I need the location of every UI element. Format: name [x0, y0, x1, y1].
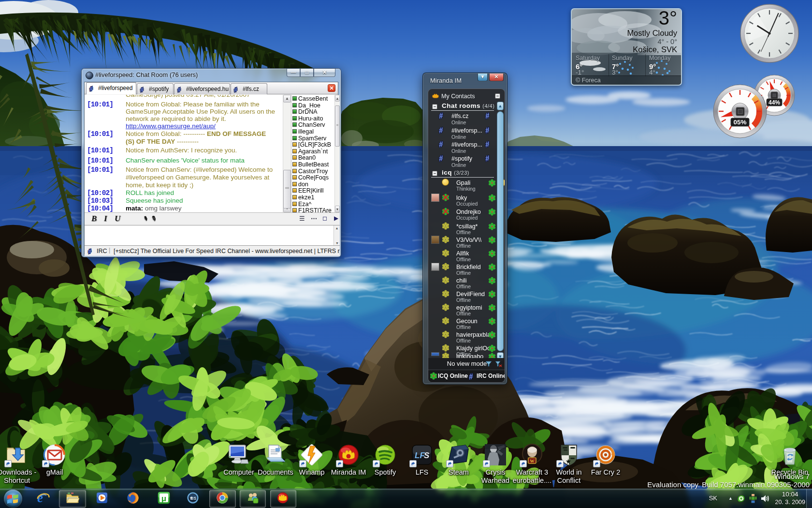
svg-text:#: # [484, 111, 491, 120]
svg-text:S: S [424, 451, 430, 460]
svg-text:#: # [438, 125, 444, 134]
svg-text:#: # [438, 111, 444, 120]
svg-text:#: # [233, 86, 239, 93]
svg-text:#: # [468, 372, 474, 380]
svg-text:W: W [530, 459, 535, 463]
svg-text:#: # [484, 153, 491, 162]
svg-text:05%: 05% [733, 119, 746, 126]
svg-text:#: # [139, 86, 145, 93]
svg-text:#: # [438, 153, 444, 162]
svg-text:#: # [484, 125, 491, 134]
svg-text:#: # [88, 85, 94, 92]
svg-text:44%: 44% [768, 99, 780, 106]
svg-text:#: # [484, 139, 491, 148]
svg-text:#: # [87, 247, 93, 254]
svg-text:μ: μ [161, 494, 166, 503]
svg-text:#: # [176, 86, 182, 93]
svg-text:#: # [438, 139, 444, 148]
